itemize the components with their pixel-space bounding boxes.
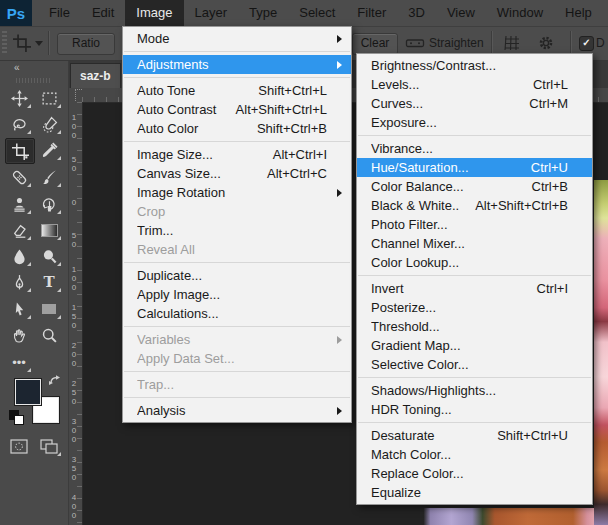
menubar-item-help[interactable]: Help	[554, 0, 603, 26]
clear-button[interactable]: Clear	[352, 33, 398, 55]
eyedropper-tool[interactable]	[35, 138, 63, 162]
clone-stamp-tool[interactable]	[5, 192, 33, 216]
menu-item-posterize[interactable]: Posterize...	[357, 298, 592, 317]
history-brush-tool[interactable]	[35, 192, 63, 216]
menu-item-auto-contrast[interactable]: Auto ContrastAlt+Shift+Ctrl+L	[123, 100, 351, 119]
menu-item-equalize[interactable]: Equalize	[357, 483, 592, 502]
menu-item-desaturate[interactable]: DesaturateShift+Ctrl+U	[357, 426, 592, 445]
menu-item-label: Mode	[137, 31, 327, 46]
screen-mode-button[interactable]	[35, 434, 63, 458]
quick-selection-tool[interactable]	[35, 112, 63, 136]
submenu-arrow-icon	[337, 61, 342, 69]
path-selection-tool[interactable]	[5, 297, 33, 321]
lasso-tool[interactable]	[5, 112, 33, 136]
menu-item-image-rotation[interactable]: Image Rotation	[123, 183, 351, 202]
move-tool[interactable]	[5, 86, 33, 110]
chevron-down-icon[interactable]	[35, 41, 43, 46]
edit-toolbar-button[interactable]: •••	[5, 350, 33, 374]
aspect-ratio-select[interactable]: Ratio	[57, 33, 115, 55]
collapse-panel-button[interactable]: «	[14, 62, 21, 73]
menu-item-auto-color[interactable]: Auto ColorShift+Ctrl+B	[123, 119, 351, 138]
blur-tool[interactable]	[5, 244, 33, 268]
spot-healing-brush-tool[interactable]	[5, 165, 33, 189]
grid-overlay-icon[interactable]	[504, 35, 520, 55]
menubar-item-window[interactable]: Window	[486, 0, 554, 26]
rectangle-tool[interactable]	[35, 297, 63, 321]
ruler-label-400-10: 4 0 0	[68, 493, 80, 520]
options-bar-grip[interactable]	[2, 31, 7, 55]
menubar-item-select[interactable]: Select	[288, 0, 346, 26]
menu-item-brightness-contrast[interactable]: Brightness/Contrast...	[357, 56, 592, 75]
menu-item-auto-tone[interactable]: Auto ToneShift+Ctrl+L	[123, 81, 351, 100]
menubar-item-image[interactable]: Image	[125, 0, 183, 26]
menubar-item-layer[interactable]: Layer	[184, 0, 239, 26]
dodge-tool[interactable]	[35, 244, 63, 268]
straighten-icon[interactable]	[405, 35, 425, 55]
menu-item-canvas-size[interactable]: Canvas Size...Alt+Ctrl+C	[123, 164, 351, 183]
menu-item-curves[interactable]: Curves...Ctrl+M	[357, 94, 592, 113]
menu-item-replace-color[interactable]: Replace Color...	[357, 464, 592, 483]
menu-item-label: Brightness/Contrast...	[371, 58, 568, 73]
type-tool[interactable]: T	[35, 270, 63, 294]
gradient-tool[interactable]	[35, 218, 63, 242]
menu-item-shadows-highlights[interactable]: Shadows/Highlights...	[357, 381, 592, 400]
menu-item-vibrance[interactable]: Vibrance...	[357, 139, 592, 158]
menubar-item-file[interactable]: File	[38, 0, 81, 26]
menu-item-selective-color[interactable]: Selective Color...	[357, 355, 592, 374]
swap-colors-button[interactable]	[48, 374, 62, 392]
menu-item-hue-saturation[interactable]: Hue/Saturation...Ctrl+U	[357, 158, 592, 177]
foreground-color-swatch[interactable]	[14, 378, 42, 406]
crop-tool-icon[interactable]	[13, 34, 31, 56]
quick-mask-button[interactable]	[5, 434, 33, 458]
menu-item-shortcut: Alt+Ctrl+C	[267, 166, 327, 181]
menubar-item-type[interactable]: Type	[238, 0, 288, 26]
menu-item-levels[interactable]: Levels...Ctrl+L	[357, 75, 592, 94]
eraser-tool[interactable]	[5, 218, 33, 242]
menu-item-color-lookup[interactable]: Color Lookup...	[357, 253, 592, 272]
menu-separator	[358, 275, 591, 276]
menu-separator	[358, 377, 591, 378]
menu-item-label: Variables	[137, 332, 327, 347]
menubar-item-edit[interactable]: Edit	[81, 0, 125, 26]
crop-tool[interactable]	[5, 138, 35, 164]
menu-item-analysis[interactable]: Analysis	[123, 401, 351, 420]
zoom-tool[interactable]	[35, 323, 63, 347]
pen-tool[interactable]	[5, 270, 33, 294]
menu-item-calculations[interactable]: Calculations...	[123, 304, 351, 323]
menu-item-duplicate[interactable]: Duplicate...	[123, 266, 351, 285]
brush-tool[interactable]	[35, 165, 63, 189]
menu-item-hdr-toning[interactable]: HDR Toning...	[357, 400, 592, 419]
image-menu: ModeAdjustmentsAuto ToneShift+Ctrl+LAuto…	[122, 26, 352, 423]
hand-tool[interactable]	[5, 323, 33, 347]
ellipsis-icon: •••	[12, 356, 26, 369]
panel-grip[interactable]	[16, 78, 52, 83]
ruler-label-200-6: 2 0 0	[68, 341, 80, 368]
menubar-item-filter[interactable]: Filter	[346, 0, 397, 26]
menu-item-image-size[interactable]: Image Size...Alt+Ctrl+I	[123, 145, 351, 164]
menubar-item-view[interactable]: View	[436, 0, 486, 26]
menu-item-apply-image[interactable]: Apply Image...	[123, 285, 351, 304]
document-tab[interactable]: saz-b	[70, 63, 121, 89]
menu-item-shortcut: Shift+Ctrl+U	[497, 428, 568, 443]
menu-item-photo-filter[interactable]: Photo Filter...	[357, 215, 592, 234]
menu-item-threshold[interactable]: Threshold...	[357, 317, 592, 336]
menu-item-channel-mixer[interactable]: Channel Mixer...	[357, 234, 592, 253]
menu-item-match-color[interactable]: Match Color...	[357, 445, 592, 464]
delete-cropped-pixels-checkbox[interactable]: ✓	[579, 36, 594, 51]
photoshop-window: saz-b 1 0 05 005 01 0 01 5 02 0 02 5 03 …	[0, 0, 608, 525]
menu-item-label: Threshold...	[371, 319, 568, 334]
rectangular-marquee-tool[interactable]	[35, 86, 63, 110]
menu-item-adjustments[interactable]: Adjustments	[123, 55, 351, 74]
menu-item-exposure[interactable]: Exposure...	[357, 113, 592, 132]
menu-item-shortcut: Alt+Ctrl+I	[273, 147, 327, 162]
menu-item-color-balance[interactable]: Color Balance...Ctrl+B	[357, 177, 592, 196]
menubar-item-3d[interactable]: 3D	[397, 0, 436, 26]
menu-item-black-white[interactable]: Black & White...Alt+Shift+Ctrl+B	[357, 196, 592, 215]
menu-item-gradient-map[interactable]: Gradient Map...	[357, 336, 592, 355]
menu-item-mode[interactable]: Mode	[123, 29, 351, 48]
menu-item-label: Auto Color	[137, 121, 241, 136]
gear-icon[interactable]	[538, 35, 554, 55]
menu-item-invert[interactable]: InvertCtrl+I	[357, 279, 592, 298]
ruler-label-50-1: 5 0	[68, 155, 80, 173]
menu-item-trim[interactable]: Trim...	[123, 221, 351, 240]
